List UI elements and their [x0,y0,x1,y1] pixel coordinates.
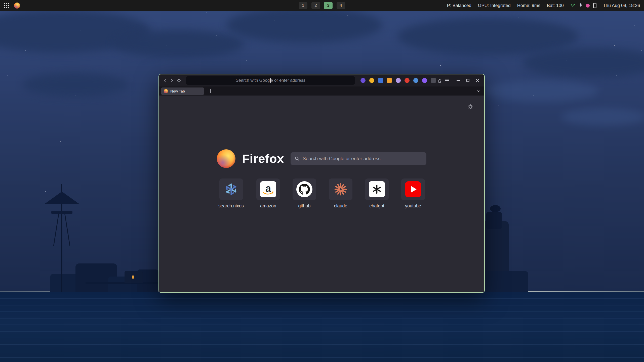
bluetooth-icon[interactable] [579,3,582,9]
workspace-button-2[interactable]: 2 [311,2,320,9]
desktop: 1 2 3 4 P: Balanced GPU: Integrated Home… [0,0,644,362]
cloud [483,80,599,102]
shortcut-amazon[interactable]: a amazon [256,178,280,209]
hut-window-light [132,276,134,279]
extensions-puzzle-icon[interactable] [437,76,443,85]
browser-toolbar [159,74,484,86]
shortcut-github[interactable]: github [293,178,316,209]
gpu-status: GPU: Integrated [478,3,511,8]
github-tile [293,178,316,200]
firefox-favicon [164,89,168,93]
extension-icon-1[interactable] [360,78,366,83]
cloud [226,8,382,43]
amazon-letter: a [265,184,271,193]
firefox-wordmark: Firefox [242,152,284,166]
extension-icon-4[interactable] [387,78,392,83]
shortcut-tiles: search.nixos a amazon [159,178,484,209]
system-tray [570,3,596,9]
reload-button[interactable] [176,76,182,85]
openai-knot-icon [369,181,385,197]
new-tab-button[interactable] [207,87,214,95]
cloud [523,48,644,78]
nixos-tile [219,178,243,200]
claude-starburst-icon [334,183,347,196]
extension-icon-8[interactable] [422,78,427,83]
power-profile-status: P: Balanced [447,3,471,8]
wifi-icon[interactable] [570,3,575,8]
status-bar: 1 2 3 4 P: Balanced GPU: Integrated Home… [0,0,644,11]
extension-icon-9[interactable] [431,78,436,83]
ping-status: Home: 9ms [517,3,540,8]
status-bar-right: P: Balanced GPU: Integrated Home: 9ms Ba… [447,3,640,9]
amazon-tile: a [256,178,280,200]
forward-button[interactable] [169,76,175,85]
workspace-button-3[interactable]: 3 [324,2,333,9]
firefox-window: New Tab Fi [158,74,485,293]
extensions-row [360,78,436,83]
battery-status: Bat: 100 [547,3,564,8]
text-caret [270,78,271,83]
newtab-search-input[interactable] [303,156,422,161]
shortcut-youtube[interactable]: youtube [401,178,425,209]
status-bar-left [4,3,20,9]
tab-title: New Tab [170,89,185,93]
phone-icon[interactable] [593,3,596,8]
cloud [113,30,244,58]
chatgpt-tile [365,178,389,200]
shortcut-label: youtube [405,203,421,209]
watchtower-platform [51,211,72,214]
shortcut-label: claude [334,203,347,209]
extension-icon-7[interactable] [413,78,418,83]
youtube-play-icon [405,181,421,197]
cloud [397,18,579,55]
right-island-rock [486,212,502,229]
extension-icon-6[interactable] [405,78,410,83]
shortcut-label: chatgpt [370,203,384,209]
shortcut-search-nixos[interactable]: search.nixos [218,178,244,209]
github-octocat-icon [296,181,312,197]
workspace-button-4[interactable]: 4 [337,2,345,9]
right-island-tree [490,205,501,212]
extension-icon-2[interactable] [369,78,374,83]
minimize-button[interactable] [455,77,462,84]
shortcut-label: github [298,203,311,209]
shortcut-claude[interactable]: claude [329,178,352,209]
tab-new-tab[interactable]: New Tab [161,87,204,95]
island-bridge [86,282,161,284]
ocean [0,292,644,362]
firefox-launcher-icon[interactable] [14,3,20,9]
shortcut-label: amazon [260,203,276,209]
extension-icon-5[interactable] [396,78,401,83]
firefox-logo [217,149,235,168]
nixos-snowflake-icon [224,182,238,197]
workspace-switcher: 1 2 3 4 [299,2,345,9]
close-button[interactable] [474,77,481,84]
indicator-dot-icon[interactable] [586,4,590,8]
clock: Thu Aug 08, 18:26 [603,3,640,8]
shortcut-chatgpt[interactable]: chatgpt [365,178,389,209]
list-all-tabs-icon[interactable] [476,89,480,93]
url-bar [186,76,355,85]
workspace-button-1[interactable]: 1 [299,2,307,9]
newtab-search-bar [291,152,426,165]
claude-tile [329,178,352,200]
window-controls [455,77,481,84]
watchtower-canopy [44,192,79,204]
gear-icon[interactable] [468,104,473,111]
extension-icon-3[interactable] [378,78,383,83]
amazon-icon: a [260,181,276,197]
menu-hamburger-icon[interactable] [444,76,450,85]
cloud [23,73,128,97]
back-button[interactable] [162,76,168,85]
search-icon [295,156,300,161]
maximize-button[interactable] [464,77,472,84]
cloud [561,108,644,126]
tab-bar: New Tab [159,86,484,96]
shortcut-label: search.nixos [218,203,244,209]
new-tab-page: Firefox [159,96,484,292]
newtab-hero: Firefox [159,149,484,168]
apps-grid-icon[interactable] [4,3,9,8]
youtube-tile [401,178,425,200]
